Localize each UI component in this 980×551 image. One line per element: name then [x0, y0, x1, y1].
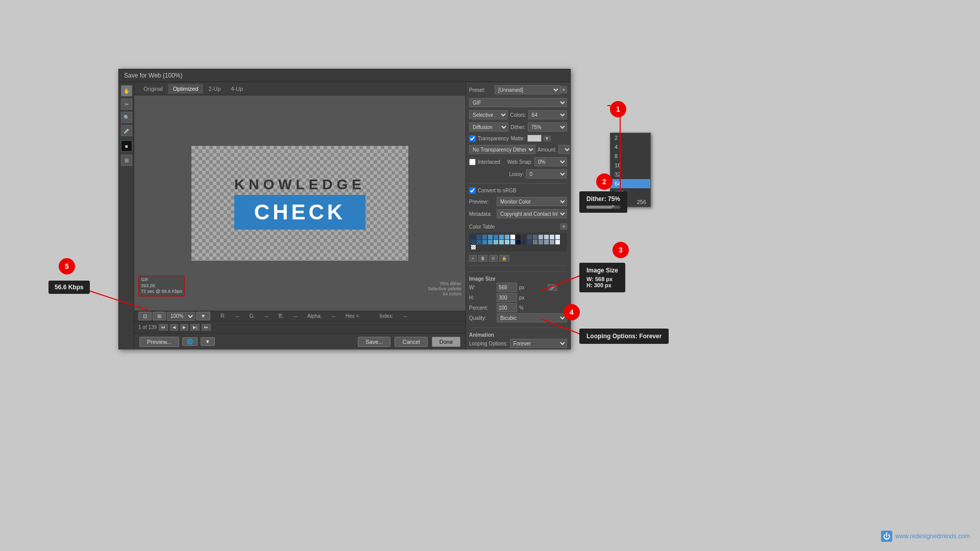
colors-option-16[interactable]: 16: [610, 161, 650, 170]
zoom-fill-btn[interactable]: ⊞: [153, 312, 166, 320]
preview-select[interactable]: Monitor Color: [497, 197, 567, 206]
color-swatch[interactable]: ■: [121, 140, 132, 152]
preset-menu-btn[interactable]: ≡: [560, 86, 567, 93]
colors-option-2[interactable]: 2: [610, 133, 650, 142]
save-btn[interactable]: Save...: [358, 337, 390, 347]
new-color-btn[interactable]: +: [469, 255, 477, 262]
colors-option-8[interactable]: 8: [610, 152, 650, 161]
swatch-28[interactable]: [533, 240, 537, 244]
zoom-select[interactable]: 100%: [167, 312, 195, 321]
swatch-19[interactable]: [482, 240, 487, 244]
play-btn[interactable]: ▶: [180, 324, 188, 331]
knowledge-text: KNOWLEDGE: [234, 177, 365, 193]
swatch-18[interactable]: [477, 240, 481, 244]
browser-preview-btn[interactable]: 🌐: [182, 337, 198, 346]
swatch-transparent[interactable]: [471, 245, 476, 249]
colors-label: Colors:: [510, 112, 526, 118]
matte-dropdown[interactable]: ▼: [544, 136, 551, 141]
interlaced-checkbox[interactable]: [469, 159, 476, 165]
preview-dropdown[interactable]: ▼: [201, 337, 215, 346]
metadata-select[interactable]: Copyright and Contact Info: [497, 209, 567, 218]
zoom-tool[interactable]: 🔍: [121, 112, 132, 123]
swatch-6[interactable]: [499, 235, 504, 239]
swatch-26[interactable]: [522, 240, 526, 244]
swatch-16[interactable]: [555, 235, 560, 239]
done-btn[interactable]: Done: [432, 337, 460, 347]
prev-frame-btn[interactable]: ◀: [170, 324, 178, 331]
percent-input[interactable]: [497, 303, 517, 312]
slice-visibility[interactable]: ⊞: [121, 155, 132, 166]
swatch-13[interactable]: [538, 235, 543, 239]
zoom-dropdown[interactable]: ▼: [196, 312, 210, 320]
transparency-checkbox[interactable]: [469, 135, 476, 142]
swatch-11[interactable]: [527, 235, 532, 239]
colors-option-4[interactable]: 4: [610, 142, 650, 152]
matte-label: Matte:: [511, 136, 525, 141]
transparency-label: Transparency: [478, 136, 509, 141]
last-frame-btn[interactable]: ⏭: [202, 324, 211, 331]
swatch-24[interactable]: [510, 240, 515, 244]
swatch-15[interactable]: [550, 235, 554, 239]
zoom-fit-btn[interactable]: ⊡: [138, 312, 152, 320]
no-transp-dither-select[interactable]: No Transparency Dither: [469, 145, 535, 154]
swatch-10[interactable]: [522, 235, 526, 239]
format-select[interactable]: GIF: [469, 98, 567, 107]
amount-select[interactable]: [558, 145, 570, 154]
height-label: H:: [469, 295, 495, 300]
delete-color-btn[interactable]: 🗑: [478, 255, 487, 262]
swatch-17[interactable]: [471, 240, 476, 244]
looping-select[interactable]: Forever: [510, 339, 567, 348]
lock-color-btn[interactable]: 🔒: [499, 255, 509, 262]
preset-select[interactable]: [Unnamed]: [495, 85, 560, 94]
tab-original[interactable]: Original: [138, 84, 168, 94]
diffusion-select[interactable]: Diffusion: [469, 122, 508, 132]
swatch-7[interactable]: [505, 235, 509, 239]
swatch-23[interactable]: [505, 240, 509, 244]
swatch-2[interactable]: [477, 235, 481, 239]
colors-option-32[interactable]: 32: [610, 170, 650, 179]
swatch-3[interactable]: [482, 235, 487, 239]
width-input[interactable]: [497, 283, 517, 292]
colors-select[interactable]: 64: [528, 110, 567, 119]
swatch-9[interactable]: [516, 235, 521, 239]
palette-select[interactable]: Selective: [469, 110, 508, 119]
color-table-menu[interactable]: ≡: [560, 223, 567, 230]
swatch-32[interactable]: [555, 240, 560, 244]
swatch-22[interactable]: [499, 240, 504, 244]
swatch-27[interactable]: [527, 240, 532, 244]
convert-srgb-checkbox[interactable]: [469, 187, 476, 194]
eyedropper-tool[interactable]: 💉: [121, 125, 132, 136]
tab-4up[interactable]: 4-Up: [226, 84, 248, 94]
imagesize-callout-box: Image Size W: 568 px H: 300 px: [579, 263, 625, 292]
swatch-30[interactable]: [544, 240, 549, 244]
swatch-8[interactable]: [510, 235, 515, 239]
dither-select[interactable]: 75%: [528, 122, 567, 132]
swatch-1[interactable]: [471, 235, 476, 239]
link-dimensions-btn[interactable]: 🔗: [548, 284, 557, 291]
quality-select[interactable]: Bicubic: [497, 313, 567, 322]
hand-tool[interactable]: ✋: [121, 85, 132, 96]
swatch-20[interactable]: [488, 240, 493, 244]
next-frame-btn[interactable]: ▶|: [190, 324, 200, 331]
first-frame-btn[interactable]: ⏮: [159, 324, 168, 331]
swatch-21[interactable]: [494, 240, 498, 244]
cancel-btn[interactable]: Cancel: [395, 337, 427, 347]
slice-tool[interactable]: ✂: [121, 98, 132, 110]
swatch-31[interactable]: [550, 240, 554, 244]
swatch-5[interactable]: [494, 235, 498, 239]
swatch-14[interactable]: [544, 235, 549, 239]
web-safe-btn[interactable]: ⊙: [489, 255, 498, 262]
height-input[interactable]: [497, 293, 517, 302]
colors-option-64[interactable]: 64: [610, 179, 650, 188]
web-snap-select[interactable]: 0%: [534, 157, 567, 166]
swatch-25[interactable]: [516, 240, 521, 244]
swatch-4[interactable]: [488, 235, 493, 239]
tab-optimized[interactable]: Optimized: [168, 84, 204, 94]
preview-btn[interactable]: Preview...: [139, 337, 179, 347]
matte-color[interactable]: [527, 135, 542, 142]
lossy-select[interactable]: 0: [526, 169, 567, 179]
swatch-12[interactable]: [533, 235, 537, 239]
swatch-29[interactable]: [538, 240, 543, 244]
annotation-circle-4: 4: [564, 304, 580, 320]
tab-2up[interactable]: 2-Up: [203, 84, 226, 94]
